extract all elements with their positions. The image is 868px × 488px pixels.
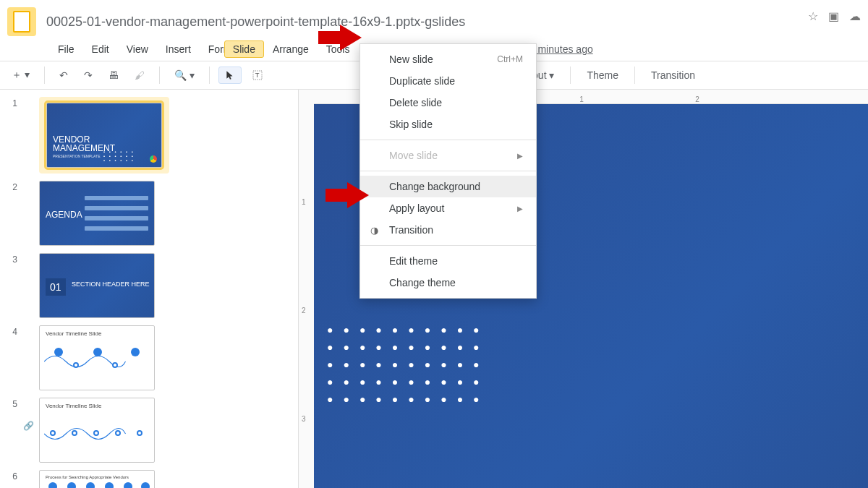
textbox-tool[interactable]: T [246, 67, 269, 84]
menu-format[interactable]: Format [200, 40, 224, 58]
menu-apply-layout[interactable]: Apply layout▶ [360, 197, 536, 219]
cloud-status-icon: ☁ [849, 9, 861, 23]
star-icon[interactable]: ☆ [808, 9, 818, 23]
slide-thumb-5[interactable]: 5 🔗 Vendor Timeline Slide [4, 398, 288, 463]
menu-move-slide: Move slide▶ [360, 145, 536, 166]
slides-app-icon[interactable] [7, 7, 36, 36]
linked-slide-icon: 🔗 [23, 398, 33, 431]
decorative-dots: ●●●●●●●●●●●●●●●●●●●●●●●●●●●●●●●●●●●●●●●●… [327, 321, 490, 408]
new-slide-button[interactable]: ＋ ▾ [6, 66, 35, 85]
slide-dropdown-menu: New slide Ctrl+M Duplicate slide Delete … [359, 43, 537, 299]
print-button[interactable]: 🖶 [103, 67, 124, 84]
redo-button[interactable]: ↷ [78, 67, 98, 84]
slide-thumb-2[interactable]: 2 AGENDA [4, 181, 288, 246]
transition-button[interactable]: Transition [644, 67, 702, 84]
transition-icon: ◑ [370, 225, 378, 236]
slide-thumb-6[interactable]: 6 Process for Searching Appropriate Vend… [4, 470, 288, 488]
zoom-button[interactable]: 🔍 ▾ [169, 67, 200, 84]
menu-edit-theme[interactable]: Edit theme [360, 250, 536, 272]
menu-view[interactable]: View [118, 40, 157, 58]
slide-filmstrip[interactable]: 1 VENDOR MANAGEMENT PRESENTATION TEMPLAT… [0, 90, 298, 488]
document-title[interactable]: 00025-01-vendor-management-powerpoint-te… [46, 14, 465, 29]
menu-delete-slide[interactable]: Delete slide [360, 92, 536, 114]
menu-change-theme[interactable]: Change theme [360, 272, 536, 294]
menu-duplicate-slide[interactable]: Duplicate slide [360, 70, 536, 92]
paint-format-button[interactable]: 🖌 [129, 67, 150, 84]
menu-slide[interactable]: Slide [224, 40, 264, 58]
menu-arrange[interactable]: Arrange [264, 40, 318, 58]
select-tool[interactable] [218, 67, 242, 84]
menu-new-slide[interactable]: New slide Ctrl+M [360, 48, 536, 70]
move-icon[interactable]: ▣ [828, 9, 839, 23]
menu-change-background[interactable]: Change background [360, 176, 536, 197]
slide-thumb-3[interactable]: 3 01 SECTION HEADER HERE [4, 253, 288, 318]
menu-edit[interactable]: Edit [83, 40, 118, 58]
slide-thumb-1[interactable]: 1 VENDOR MANAGEMENT PRESENTATION TEMPLAT… [4, 97, 288, 174]
undo-button[interactable]: ↶ [54, 67, 74, 84]
menu-file[interactable]: File [49, 40, 83, 58]
svg-text:T: T [255, 72, 259, 79]
menu-skip-slide[interactable]: Skip slide [360, 114, 536, 135]
vertical-ruler: 1 2 3 [298, 90, 314, 488]
theme-button[interactable]: Theme [579, 67, 626, 84]
menu-transition[interactable]: ◑ Transition [360, 219, 536, 241]
presentation-logo-icon [150, 155, 157, 163]
menu-insert[interactable]: Insert [157, 40, 200, 58]
slide-thumb-4[interactable]: 4 Vendor Timeline Slide [4, 325, 288, 390]
title-bar: 00025-01-vendor-management-powerpoint-te… [0, 0, 868, 40]
